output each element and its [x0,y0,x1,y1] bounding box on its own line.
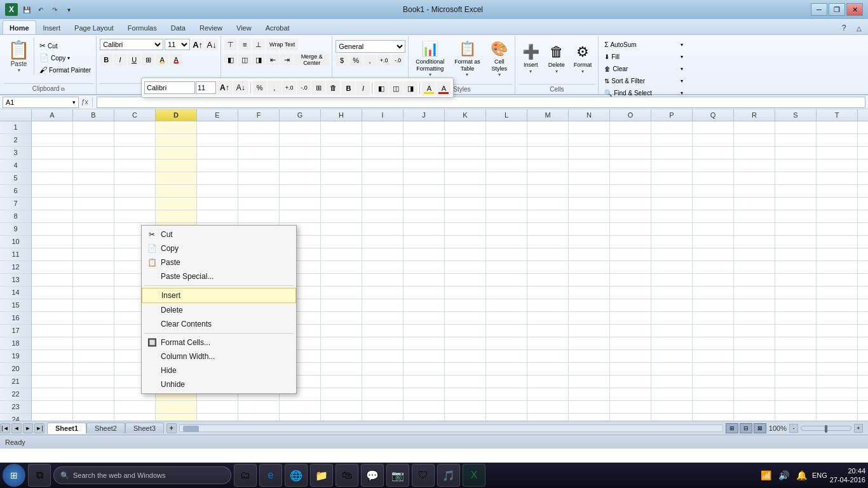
cell-I2[interactable] [362,134,403,147]
copy-button[interactable]: 📄 Copy ▾ [37,52,93,64]
cell-E3[interactable] [197,147,238,159]
ctx-cut[interactable]: ✂ Cut [142,227,296,241]
cell-A19[interactable] [32,350,73,363]
row-header-12[interactable]: 12 [0,261,31,274]
cell-K17[interactable] [445,325,486,337]
cell-P1[interactable] [651,121,693,134]
cell-U17[interactable] [858,325,868,337]
cell-O3[interactable] [610,147,651,159]
cell-O4[interactable] [610,159,651,172]
cell-J14[interactable] [403,287,445,299]
cell-B7[interactable] [73,198,114,210]
cell-G5[interactable] [280,172,321,185]
formula-input[interactable] [97,97,865,108]
cell-U12[interactable] [858,261,868,274]
restore-button[interactable]: ❐ [829,3,845,16]
mini-font-name-input[interactable] [144,81,195,94]
cell-I9[interactable] [362,223,403,236]
row-header-10[interactable]: 10 [0,236,31,248]
cell-N11[interactable] [569,248,610,261]
cell-L21[interactable] [486,376,527,388]
cell-A3[interactable] [32,147,73,159]
cell-N15[interactable] [569,299,610,312]
mini-decrease-font-button[interactable]: A↓ [233,81,248,95]
help-button[interactable]: ? [837,22,850,34]
cell-Q12[interactable] [693,261,734,274]
cell-M16[interactable] [527,312,569,325]
cell-Q14[interactable] [693,287,734,299]
cell-B13[interactable] [73,274,114,287]
cell-S3[interactable] [775,147,817,159]
zoom-in-button[interactable]: + [854,424,863,433]
row-header-8[interactable]: 8 [0,210,31,223]
cell-P2[interactable] [651,134,693,147]
cell-O22[interactable] [610,388,651,401]
cell-F23[interactable] [238,401,280,414]
cell-M11[interactable] [527,248,569,261]
cell-G24[interactable] [280,414,321,421]
formula-expand-button[interactable]: ƒx [81,98,88,105]
cell-U21[interactable] [858,376,868,388]
cell-O1[interactable] [610,121,651,134]
cell-D8[interactable] [156,210,197,223]
cell-E8[interactable] [197,210,238,223]
cell-B24[interactable] [73,414,114,421]
cell-N1[interactable] [569,121,610,134]
align-middle-button[interactable]: ≡ [238,39,251,50]
page-layout-view-button[interactable]: ⊟ [740,423,752,433]
taskbar-music-button[interactable]: 🎵 [437,464,460,487]
mini-increase-font-button[interactable]: A↑ [217,81,233,95]
zoom-out-button[interactable]: - [789,424,798,433]
cell-T1[interactable] [817,121,858,134]
cell-A11[interactable] [32,248,73,261]
cell-O20[interactable] [610,363,651,376]
cell-Q4[interactable] [693,159,734,172]
cell-U7[interactable] [858,198,868,210]
cell-K19[interactable] [445,350,486,363]
cell-N10[interactable] [569,236,610,248]
cell-H23[interactable] [321,401,362,414]
cell-Q9[interactable] [693,223,734,236]
cell-P20[interactable] [651,363,693,376]
cell-R3[interactable] [734,147,775,159]
zoom-slider[interactable] [801,426,851,431]
row-header-13[interactable]: 13 [0,274,31,287]
cell-N19[interactable] [569,350,610,363]
cell-T10[interactable] [817,236,858,248]
cell-J12[interactable] [403,261,445,274]
cell-J7[interactable] [403,198,445,210]
cell-M8[interactable] [527,210,569,223]
cell-R11[interactable] [734,248,775,261]
cell-O18[interactable] [610,337,651,350]
mini-inc-decimal-button[interactable]: +.0 [282,81,297,95]
cell-I1[interactable] [362,121,403,134]
cell-K9[interactable] [445,223,486,236]
cell-P6[interactable] [651,185,693,198]
cell-M7[interactable] [527,198,569,210]
cell-T9[interactable] [817,223,858,236]
cell-S13[interactable] [775,274,817,287]
cell-J23[interactable] [403,401,445,414]
cell-B2[interactable] [73,134,114,147]
cell-H7[interactable] [321,198,362,210]
cell-P19[interactable] [651,350,693,363]
cell-E4[interactable] [197,159,238,172]
sheet-tab-2[interactable]: Sheet2 [86,423,125,433]
cell-K16[interactable] [445,312,486,325]
cell-K24[interactable] [445,414,486,421]
cell-H3[interactable] [321,147,362,159]
cell-C4[interactable] [114,159,156,172]
cell-B21[interactable] [73,376,114,388]
cell-C23[interactable] [114,401,156,414]
cell-R20[interactable] [734,363,775,376]
row-header-4[interactable]: 4 [0,159,31,172]
cell-I16[interactable] [362,312,403,325]
cell-L10[interactable] [486,236,527,248]
cell-A2[interactable] [32,134,73,147]
cell-U24[interactable] [858,414,868,421]
sheet-nav-next[interactable]: ► [23,423,33,433]
close-button[interactable]: ✕ [846,3,863,16]
cell-L5[interactable] [486,172,527,185]
cell-U19[interactable] [858,350,868,363]
cell-H4[interactable] [321,159,362,172]
